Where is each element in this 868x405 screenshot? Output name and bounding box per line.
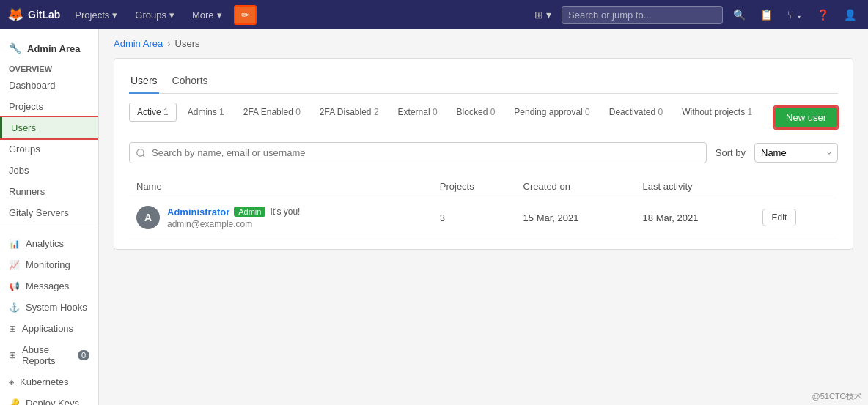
sidebar-analytics-label: Analytics	[26, 238, 64, 249]
sidebar-item-jobs[interactable]: Jobs	[0, 160, 98, 181]
pencil-icon: ✏	[241, 10, 249, 21]
table-row: A Administrator Admin It's you! admin@ex…	[129, 198, 838, 237]
groups-nav-btn[interactable]: Groups ▾	[129, 7, 180, 23]
sidebar-item-runners[interactable]: Runners	[0, 181, 98, 202]
avatar: A	[136, 206, 160, 229]
sidebar-item-deploy-keys[interactable]: 🔑 Deploy Keys	[0, 393, 98, 405]
col-name: Name	[129, 175, 433, 198]
global-search-input[interactable]	[562, 6, 723, 24]
sidebar-item-kubernetes[interactable]: ⎈ Kubernetes	[0, 371, 98, 393]
overview-group-label: Overview	[0, 60, 98, 75]
sidebar-item-applications[interactable]: ⊞ Applications	[0, 318, 98, 339]
breadcrumb: Admin Area › Users	[114, 38, 853, 49]
plus-nav-icon-btn[interactable]: ⊞ ▾	[530, 6, 556, 23]
abuse-reports-icon: ⊞	[9, 350, 16, 360]
sidebar-item-dashboard[interactable]: Dashboard	[0, 75, 98, 96]
its-you-badge: It's you!	[270, 207, 300, 217]
pencil-nav-btn[interactable]: ✏	[234, 5, 257, 25]
sidebar-item-monitoring[interactable]: 📈 Monitoring	[0, 254, 98, 275]
plus-icon: ⊞	[534, 9, 543, 21]
sidebar-divider-1	[0, 228, 98, 228]
filter-tab-2fa-disabled[interactable]: 2FA Disabled 2	[312, 103, 387, 122]
filter-tab-external[interactable]: External 0	[390, 103, 446, 122]
help-icon-btn[interactable]: ❓	[812, 6, 834, 23]
user-name-row: Administrator Admin It's you!	[167, 207, 300, 218]
sidebar-messages-label: Messages	[26, 280, 69, 291]
brand-name: GitLab	[28, 9, 60, 21]
user-avatar-btn[interactable]: 👤	[839, 6, 861, 23]
chevron-down-icon2: ▾	[169, 10, 174, 21]
user-search-input[interactable]	[129, 142, 707, 163]
footer-note: @51CTO技术	[812, 391, 862, 402]
filter-tab-deactivated[interactable]: Deactivated 0	[601, 103, 671, 122]
gitlab-brand[interactable]: 🦊 GitLab	[7, 7, 60, 23]
sidebar-item-projects[interactable]: Projects	[0, 96, 98, 117]
col-actions	[755, 175, 838, 198]
col-created-on: Created on	[516, 175, 636, 198]
analytics-icon: 📊	[9, 239, 20, 249]
filter-tab-admins[interactable]: Admins 1	[180, 103, 232, 122]
help-icon: ❓	[817, 9, 829, 21]
filter-tab-without-projects[interactable]: Without projects 1	[674, 103, 760, 122]
sort-select[interactable]: Name Oldest joined Recent joined Last ac…	[754, 143, 838, 163]
user-name-block: Administrator Admin It's you! admin@exam…	[167, 207, 300, 229]
filter-tab-pending-approval[interactable]: Pending approval 0	[506, 103, 597, 122]
filter-tab-active[interactable]: Active 1	[129, 103, 177, 122]
sidebar-item-gitaly-servers[interactable]: Gitaly Servers	[0, 202, 98, 223]
col-last-activity: Last activity	[636, 175, 755, 198]
user-last-activity-cell: 18 Mar, 2021	[636, 198, 755, 237]
abuse-reports-count: 0	[78, 350, 89, 360]
tab-users[interactable]: Users	[129, 70, 159, 94]
filter-tab-blocked[interactable]: Blocked 0	[449, 103, 504, 122]
tab-cohorts[interactable]: Cohorts	[171, 70, 210, 94]
user-name[interactable]: Administrator	[167, 207, 229, 218]
sidebar-item-analytics[interactable]: 📊 Analytics	[0, 233, 98, 254]
applications-icon: ⊞	[9, 324, 16, 334]
sidebar-item-users[interactable]: Users	[0, 117, 98, 138]
sidebar-item-abuse-reports[interactable]: ⊞ Abuse Reports 0	[0, 339, 98, 371]
sidebar-item-system-hooks[interactable]: ⚓ System Hooks	[0, 297, 98, 318]
breadcrumb-admin-area[interactable]: Admin Area	[114, 38, 163, 49]
search-icon-btn[interactable]: 🔍	[729, 6, 750, 23]
more-label: More	[192, 10, 214, 21]
sidebar-item-messages[interactable]: 📢 Messages	[0, 275, 98, 297]
gitlab-logo-icon: 🦊	[7, 7, 23, 23]
sidebar-monitoring-label: Monitoring	[26, 259, 70, 270]
breadcrumb-current: Users	[175, 38, 200, 49]
sidebar-gitaly-label: Gitaly Servers	[9, 207, 69, 218]
edit-user-button[interactable]: Edit	[762, 209, 797, 226]
sidebar-deploy-keys-label: Deploy Keys	[26, 398, 79, 405]
sidebar-item-groups[interactable]: Groups	[0, 138, 98, 160]
filter-tab-2fa-enabled[interactable]: 2FA Enabled 0	[235, 103, 309, 122]
filter-tabs-row: Active 1 Admins 1 2FA Enabled 0 2FA Disa…	[129, 103, 838, 132]
breadcrumb-separator: ›	[167, 38, 170, 49]
sidebar: 🔧 Admin Area Overview Dashboard Projects…	[0, 29, 99, 405]
merge-request-icon-btn[interactable]: ⑂ ▾	[783, 6, 806, 23]
projects-nav-btn[interactable]: Projects ▾	[69, 7, 123, 23]
new-user-button[interactable]: New user	[774, 106, 838, 129]
users-table: Name Projects Created on Last activity A	[129, 175, 838, 237]
sidebar-jobs-label: Jobs	[9, 165, 29, 176]
more-nav-btn[interactable]: More ▾	[186, 7, 228, 23]
section-tabs: Users Cohorts	[129, 70, 838, 94]
todo-icon: 📋	[760, 9, 773, 21]
deploy-keys-icon: 🔑	[9, 398, 20, 406]
admin-badge: Admin	[234, 207, 265, 217]
chevron-down-icon: ▾	[112, 10, 117, 21]
main-content: Admin Area › Users Users Cohorts Active …	[99, 29, 868, 405]
user-projects-cell: 3	[433, 198, 516, 237]
plus-chevron-icon: ▾	[546, 9, 551, 21]
sidebar-dashboard-label: Dashboard	[9, 80, 56, 91]
user-actions-cell: Edit	[755, 198, 838, 237]
sidebar-users-label: Users	[11, 122, 36, 133]
todo-icon-btn[interactable]: 📋	[756, 6, 777, 23]
top-navbar: 🦊 GitLab Projects ▾ Groups ▾ More ▾ ✏ ⊞ …	[0, 0, 868, 29]
messages-icon: 📢	[9, 281, 20, 291]
col-projects: Projects	[433, 175, 516, 198]
chevron-down-icon3: ▾	[217, 10, 222, 21]
sidebar-system-hooks-label: System Hooks	[26, 302, 87, 313]
user-avatar-icon: 👤	[844, 9, 856, 21]
page-card: Users Cohorts Active 1 Admins 1 2FA Enab…	[114, 58, 853, 250]
kubernetes-icon: ⎈	[9, 377, 14, 387]
user-name-cell: A Administrator Admin It's you! admin@ex…	[129, 198, 433, 237]
